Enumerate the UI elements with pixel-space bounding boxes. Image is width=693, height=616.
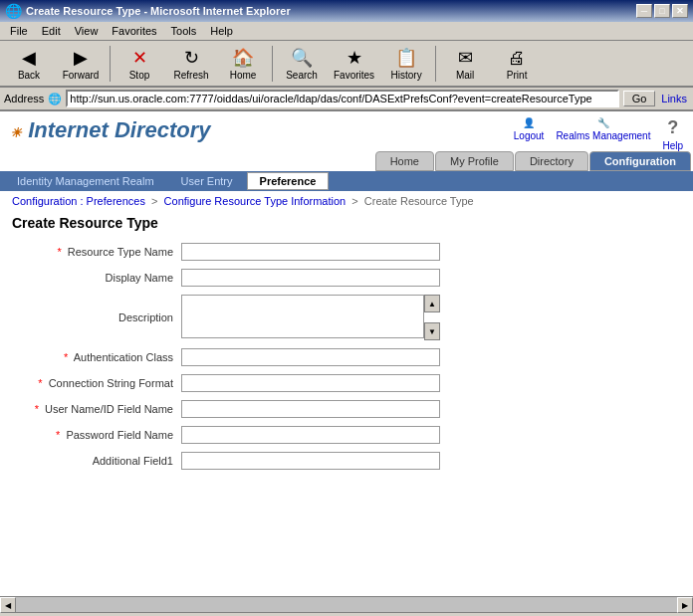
- toolbar: ◀ Back ▶ Forward ✕ Stop ↻ Refresh 🏠 Home…: [0, 41, 693, 88]
- input-auth-class[interactable]: [181, 348, 440, 366]
- home-icon: 🏠: [231, 46, 255, 70]
- toolbar-sep-3: [435, 46, 436, 82]
- input-resource-type-name[interactable]: [181, 243, 440, 261]
- form-row-display-name: Display Name: [12, 269, 681, 287]
- search-button[interactable]: 🔍 Search: [277, 43, 327, 84]
- mail-label: Mail: [456, 70, 474, 81]
- form-row-auth-class: * Authentication Class: [12, 348, 681, 366]
- textarea-scroll-up[interactable]: ▲: [424, 295, 440, 312]
- breadcrumb-current: Create Resource Type: [364, 195, 474, 207]
- required-star-6: *: [56, 429, 60, 441]
- input-username-field[interactable]: [181, 400, 440, 418]
- history-label: History: [391, 70, 422, 81]
- close-button[interactable]: ✕: [672, 4, 688, 18]
- mail-icon: ✉: [453, 46, 477, 70]
- input-connection-string[interactable]: [181, 374, 440, 392]
- menu-view[interactable]: View: [69, 24, 105, 38]
- oracle-logo: ☀ Internet Directory: [10, 117, 211, 143]
- subnav-identity[interactable]: Identity Management Realm: [4, 172, 167, 190]
- menu-tools[interactable]: Tools: [165, 24, 203, 38]
- textarea-scroll-down[interactable]: ▼: [424, 322, 440, 340]
- back-label: Back: [18, 70, 40, 81]
- tab-myprofile[interactable]: My Profile: [435, 151, 514, 171]
- scroll-left-button[interactable]: ◀: [0, 597, 16, 613]
- breadcrumb-link-1[interactable]: Configuration : Preferences: [12, 195, 145, 207]
- label-display-name: Display Name: [12, 272, 181, 284]
- go-button[interactable]: Go: [623, 91, 656, 106]
- menu-favorites[interactable]: Favorites: [106, 24, 162, 38]
- horizontal-scrollbar[interactable]: ◀ ▶: [0, 596, 693, 612]
- label-resource-type-name: * Resource Type Name: [12, 246, 181, 258]
- address-input[interactable]: [70, 93, 614, 104]
- window-controls[interactable]: ─ □ ✕: [636, 4, 688, 18]
- input-description[interactable]: [181, 295, 424, 338]
- stop-button[interactable]: ✕ Stop: [115, 43, 164, 84]
- breadcrumb: Configuration : Preferences > Configure …: [0, 191, 693, 211]
- input-password-field[interactable]: [181, 426, 440, 444]
- form-row-connection-string: * Connection String Format: [12, 374, 681, 392]
- home-label: Home: [230, 70, 257, 81]
- required-star-3: *: [64, 351, 68, 363]
- logout-label: Logout: [514, 130, 545, 141]
- breadcrumb-link-2[interactable]: Configure Resource Type Information: [164, 195, 346, 207]
- scroll-right-button[interactable]: ▶: [677, 597, 693, 613]
- menu-edit[interactable]: Edit: [36, 24, 67, 38]
- favorites-icon: ★: [343, 46, 366, 70]
- search-label: Search: [286, 70, 318, 81]
- home-button[interactable]: 🏠 Home: [218, 43, 268, 84]
- label-auth-class: * Authentication Class: [12, 351, 181, 363]
- help-label: Help: [662, 140, 683, 151]
- logout-icon: 👤: [523, 117, 535, 128]
- minimize-button[interactable]: ─: [636, 4, 652, 18]
- input-display-name[interactable]: [181, 269, 440, 287]
- nav-tabs: Home My Profile Directory Configuration: [0, 151, 693, 171]
- menu-bar: File Edit View Favorites Tools Help: [0, 22, 693, 41]
- realms-icon: 🔧: [597, 117, 609, 128]
- page-header: ☀ Internet Directory 👤 Logout 🔧 Realms M…: [0, 111, 693, 151]
- label-username-field: * User Name/ID Field Name: [12, 403, 181, 415]
- menu-file[interactable]: File: [4, 24, 34, 38]
- print-button[interactable]: 🖨 Print: [492, 43, 542, 84]
- help-icon: ?: [667, 117, 678, 138]
- scroll-track[interactable]: [16, 597, 677, 612]
- browser-content: ☀ Internet Directory 👤 Logout 🔧 Realms M…: [0, 111, 693, 596]
- search-icon: 🔍: [290, 46, 314, 70]
- forward-button[interactable]: ▶ Forward: [56, 43, 106, 84]
- tab-directory[interactable]: Directory: [515, 151, 588, 171]
- help-button[interactable]: ? Help: [662, 117, 683, 151]
- form-row-additional-field1: Additional Field1: [12, 452, 681, 470]
- mail-button[interactable]: ✉ Mail: [440, 43, 490, 84]
- logout-button[interactable]: 👤 Logout: [514, 117, 545, 141]
- input-additional-field1[interactable]: [181, 452, 440, 470]
- forward-label: Forward: [63, 70, 100, 81]
- links-button[interactable]: Links: [659, 91, 689, 106]
- back-icon: ◀: [17, 46, 41, 70]
- refresh-button[interactable]: ↻ Refresh: [166, 43, 216, 84]
- back-button[interactable]: ◀ Back: [4, 43, 54, 84]
- menu-help[interactable]: Help: [204, 24, 239, 38]
- page-title: Create Resource Type: [0, 211, 693, 239]
- required-star-4: *: [38, 377, 42, 389]
- tab-home[interactable]: Home: [375, 151, 434, 171]
- ie-icon: 🌐: [5, 3, 22, 19]
- refresh-label: Refresh: [173, 70, 208, 81]
- title-left: 🌐 Create Resource Type - Microsoft Inter…: [5, 3, 291, 19]
- form-area: * Resource Type Name Display Name Descri…: [0, 239, 693, 596]
- sub-nav: Identity Management Realm User Entry Pre…: [0, 171, 693, 191]
- label-password-field: * Password Field Name: [12, 429, 181, 441]
- favorites-button[interactable]: ★ Favorites: [329, 43, 379, 84]
- tab-configuration[interactable]: Configuration: [589, 151, 691, 171]
- stop-label: Stop: [129, 70, 150, 81]
- realms-button[interactable]: 🔧 Realms Management: [556, 117, 650, 141]
- toolbar-sep-2: [272, 46, 273, 82]
- form-row-password-field: * Password Field Name: [12, 426, 681, 444]
- subnav-preference[interactable]: Preference: [247, 172, 330, 190]
- maximize-button[interactable]: □: [654, 4, 670, 18]
- subnav-userentry[interactable]: User Entry: [168, 172, 246, 190]
- required-star-5: *: [35, 403, 39, 415]
- history-button[interactable]: 📋 History: [381, 43, 431, 84]
- address-input-wrap[interactable]: [66, 90, 618, 107]
- refresh-icon: ↻: [179, 46, 203, 70]
- label-connection-string: * Connection String Format: [12, 377, 181, 389]
- logo-text: Internet Directory: [28, 117, 210, 142]
